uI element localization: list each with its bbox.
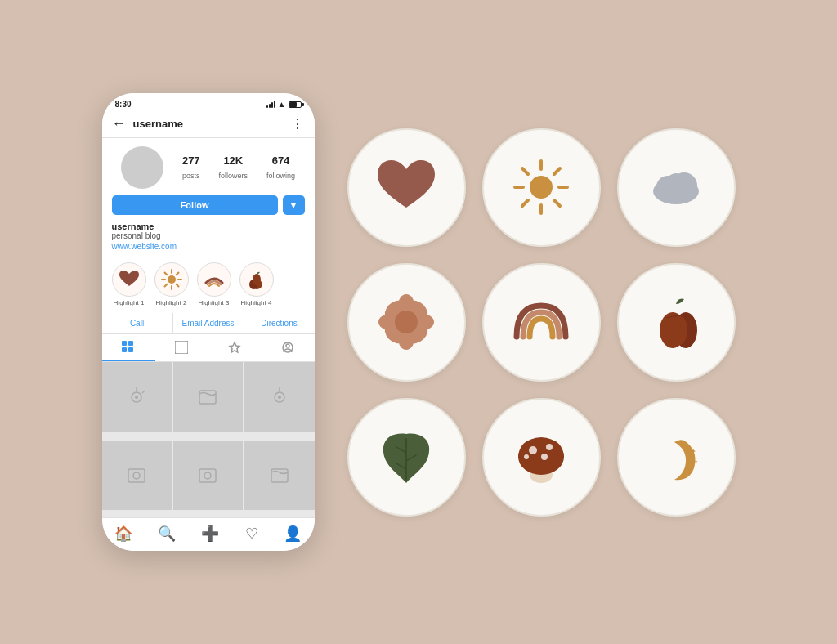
main-container: 8:30 ▲ ← username ⋮ <box>78 69 760 575</box>
search-nav-button[interactable]: 🔍 <box>158 525 176 543</box>
svg-marker-17 <box>230 342 239 352</box>
highlight-icons-grid: ✦ ✦ ✦ <box>347 128 736 517</box>
grid-cell-4[interactable] <box>102 441 172 510</box>
photo-grid <box>102 362 315 517</box>
nav-bar: ← username ⋮ <box>102 112 315 138</box>
posts-label: posts <box>182 172 200 180</box>
svg-point-67 <box>541 454 548 460</box>
leaf-icon-circle <box>347 398 466 517</box>
saved-view-tab[interactable] <box>208 334 262 361</box>
svg-point-19 <box>286 344 289 347</box>
highlight-1-circle <box>112 262 146 297</box>
svg-point-11 <box>253 274 261 285</box>
svg-line-41 <box>522 200 528 206</box>
svg-line-40 <box>554 168 560 174</box>
list-view-tab[interactable] <box>155 334 208 361</box>
action-tabs: Call Email Address Directions <box>102 313 315 334</box>
svg-line-8 <box>164 284 167 287</box>
highlight-4-label: Highlight 4 <box>241 299 272 306</box>
follow-dropdown-button[interactable]: ▼ <box>283 195 305 215</box>
following-label: following <box>266 172 295 180</box>
svg-line-5 <box>164 273 167 275</box>
svg-point-65 <box>529 446 537 454</box>
leaf-svg <box>374 424 439 490</box>
wifi-icon: ▲ <box>278 100 286 109</box>
moon-svg: ✦ ✦ ✦ <box>643 424 709 490</box>
follow-button[interactable]: Follow <box>112 195 278 215</box>
bottom-nav: 🏠 🔍 ➕ ♡ 👤 <box>102 517 315 551</box>
bio-link[interactable]: www.website.com <box>112 242 305 251</box>
svg-rect-15 <box>128 347 133 352</box>
following-count: 674 <box>266 154 295 167</box>
svg-line-39 <box>554 200 560 206</box>
highlights-section: Highlight 1 <box>102 256 315 313</box>
stats-row: 277 posts 12K followers 674 following <box>112 146 305 189</box>
mushroom-svg <box>508 424 574 490</box>
follow-row: Follow ▼ <box>112 195 305 215</box>
highlight-1-label: Highlight 1 <box>114 299 145 306</box>
highlight-1[interactable]: Highlight 1 <box>112 262 146 306</box>
directions-tab[interactable]: Directions <box>244 313 315 333</box>
svg-point-54 <box>395 311 418 333</box>
highlight-4[interactable]: Highlight 4 <box>239 262 274 306</box>
home-nav-button[interactable]: 🏠 <box>114 525 132 543</box>
grid-cell-1[interactable] <box>102 362 172 432</box>
nav-username: username <box>133 118 291 130</box>
svg-line-38 <box>522 168 528 174</box>
grid-view-tab[interactable] <box>102 334 155 361</box>
svg-point-68 <box>524 454 529 459</box>
more-options-button[interactable]: ⋮ <box>291 116 305 132</box>
svg-line-6 <box>176 284 178 287</box>
apple-svg <box>643 289 709 355</box>
followers-stat: 12K followers <box>219 154 248 181</box>
cloud-icon-circle <box>617 128 736 247</box>
svg-line-23 <box>142 391 145 393</box>
highlight-3-circle <box>197 262 231 297</box>
bio-section: username personal blog www.website.com <box>102 221 315 256</box>
svg-text:✦: ✦ <box>694 459 698 464</box>
add-nav-button[interactable]: ➕ <box>201 525 219 543</box>
heart-nav-button[interactable]: ♡ <box>245 525 258 543</box>
apple-icon-circle <box>617 263 736 382</box>
grid-cell-5[interactable] <box>173 441 243 510</box>
sun-icon-circle <box>482 128 601 247</box>
highlight-4-circle <box>239 262 274 297</box>
mushroom-icon-circle <box>482 398 601 517</box>
time-display: 8:30 <box>115 100 132 109</box>
posts-stat: 277 posts <box>182 154 200 181</box>
bio-name: username <box>112 221 305 231</box>
cloud-svg <box>643 154 709 220</box>
svg-point-45 <box>666 173 686 193</box>
tagged-view-tab[interactable] <box>262 334 315 361</box>
sun-svg <box>508 154 574 220</box>
svg-text:✦: ✦ <box>691 448 696 455</box>
highlight-2-circle <box>154 262 189 297</box>
grid-cell-3[interactable] <box>244 362 314 432</box>
svg-text:✦: ✦ <box>687 467 692 472</box>
svg-rect-30 <box>199 469 216 482</box>
grid-cell-6[interactable] <box>244 441 314 510</box>
svg-rect-13 <box>128 341 133 346</box>
highlight-2[interactable]: Highlight 2 <box>154 262 189 306</box>
view-tabs <box>102 334 315 362</box>
svg-point-31 <box>204 472 211 479</box>
svg-rect-16 <box>175 341 188 354</box>
phone-mockup: 8:30 ▲ ← username ⋮ <box>102 93 315 551</box>
battery-icon <box>289 101 302 108</box>
rainbow-icon-circle <box>482 263 601 382</box>
svg-point-29 <box>133 472 140 479</box>
svg-point-57 <box>671 315 687 345</box>
highlight-3[interactable]: Highlight 3 <box>197 262 231 306</box>
heart-svg <box>374 154 439 220</box>
status-icons: ▲ <box>266 100 302 109</box>
highlight-2-label: Highlight 2 <box>156 299 187 306</box>
svg-line-7 <box>176 273 178 275</box>
posts-count: 277 <box>182 154 200 167</box>
back-button[interactable]: ← <box>112 115 127 132</box>
svg-point-0 <box>168 275 176 284</box>
email-tab[interactable]: Email Address <box>173 313 244 333</box>
grid-cell-2[interactable] <box>173 362 243 432</box>
call-tab[interactable]: Call <box>102 313 173 333</box>
rainbow-svg <box>508 289 574 355</box>
profile-nav-button[interactable]: 👤 <box>284 525 302 543</box>
